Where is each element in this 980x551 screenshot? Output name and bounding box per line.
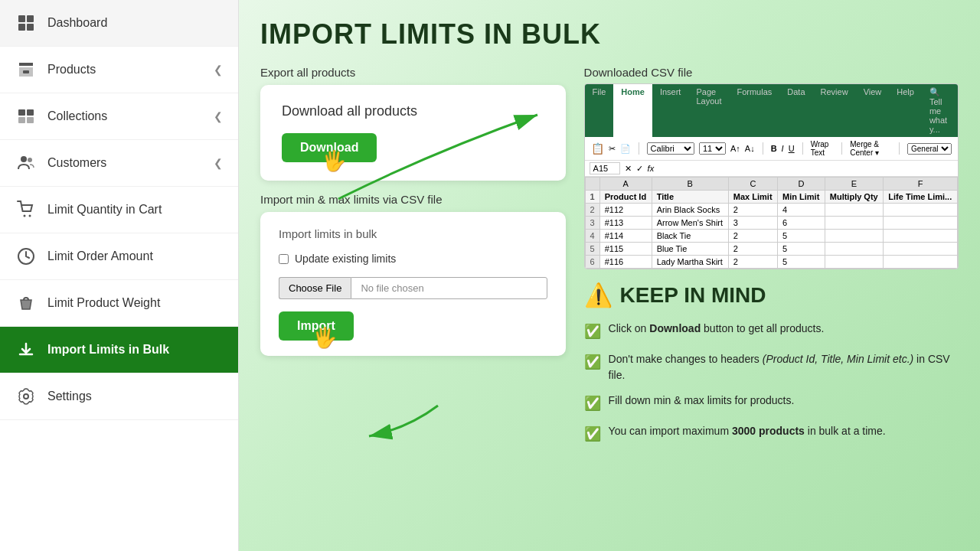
choose-file-button[interactable]: Choose File (279, 277, 351, 299)
col-e-header: Multiply Qty (825, 191, 884, 204)
bold-btn[interactable]: B (771, 144, 777, 153)
cell-d6: 5 (778, 256, 825, 269)
sidebar-item-limit-weight[interactable]: Limit Product Weight (0, 280, 238, 327)
font-size-select[interactable]: 11 (699, 142, 726, 155)
number-format-select[interactable]: General (907, 143, 952, 155)
cell-d4: 5 (778, 230, 825, 243)
page-title: IMPORT LIMITS IN BULK (260, 18, 959, 51)
excel-tab-file[interactable]: File (585, 84, 614, 137)
excel-tab-formulas[interactable]: Formulas (729, 84, 779, 137)
keep-in-mind-item-4: ✅ You can import maximum 3000 products i… (584, 423, 959, 445)
svg-point-10 (28, 158, 32, 162)
svg-point-11 (24, 215, 26, 217)
products-icon (15, 59, 37, 80)
toolbar-divider-3 (802, 142, 803, 155)
keep-in-mind-item-2: ✅ Don't make changes to headers (Product… (584, 351, 959, 383)
excel-tab-help[interactable]: Help (889, 84, 922, 137)
sidebar-item-limit-quantity[interactable]: Limit Quantity in Cart (0, 187, 238, 233)
excel-tab-pagelayout[interactable]: Page Layout (688, 84, 729, 137)
svg-rect-0 (18, 15, 25, 22)
cell-b2: Arin Black Socks (652, 204, 728, 217)
row-num-5: 5 (585, 243, 599, 256)
sidebar-item-limit-order[interactable]: Limit Order Amount (0, 233, 238, 280)
excel-tab-home[interactable]: Home (613, 84, 652, 137)
keep-in-mind-text-4: You can import maximum 3000 products in … (609, 423, 886, 439)
cell-c5: 2 (728, 243, 777, 256)
customers-icon (15, 152, 37, 174)
excel-preview-section: Downloaded CSV file File Home Insert Pag… (584, 66, 959, 269)
font-family-select[interactable]: Calibri (647, 142, 694, 155)
sidebar-item-dashboard[interactable]: Dashboard (0, 0, 238, 47)
sidebar-item-customers-label: Customers (47, 156, 106, 170)
update-existing-checkbox-label[interactable]: Update existing limits (279, 253, 547, 265)
table-row: 6 #116 Lady Martha Skirt 2 5 (585, 256, 957, 269)
keep-in-mind-title: ⚠️ KEEP IN MIND (584, 282, 959, 308)
chevron-products-icon: ❮ (214, 64, 223, 76)
main-content: IMPORT LIMITS IN BULK Export all product… (239, 0, 980, 551)
row-num-1: 1 (585, 191, 599, 204)
col-b-header: Title (652, 191, 728, 204)
row-num-2: 2 (585, 204, 599, 217)
sidebar-item-settings[interactable]: Settings (0, 373, 238, 420)
import-card-title: Import limits in bulk (279, 227, 547, 240)
file-name-display: No file chosen (351, 277, 547, 299)
sidebar-item-dashboard-label: Dashboard (47, 16, 107, 30)
sidebar-item-products[interactable]: Products ❮ (0, 47, 238, 93)
cell-f6 (884, 256, 958, 269)
cell-b3: Arrow Men's Shirt (652, 217, 728, 230)
toolbar-divider-4 (841, 142, 842, 155)
svg-rect-2 (18, 24, 25, 31)
sidebar-item-collections[interactable]: Collections ❮ (0, 93, 238, 140)
col-header-d: D (778, 178, 825, 191)
sidebar-item-limit-order-label: Limit Order Amount (47, 249, 153, 263)
update-existing-checkbox[interactable] (279, 254, 289, 264)
cell-f4 (884, 230, 958, 243)
cell-d5: 5 (778, 243, 825, 256)
row-num-4: 4 (585, 230, 599, 243)
cell-f3 (884, 217, 958, 230)
formula-confirm-icon: ✓ (636, 164, 643, 174)
cart-icon (15, 199, 37, 220)
cell-c3: 3 (728, 217, 777, 230)
cell-e3 (825, 217, 884, 230)
formula-fx-icon: fx (648, 164, 655, 173)
col-header-a: A (599, 178, 652, 191)
keep-in-mind-text-2: Don't make changes to headers (Product I… (609, 351, 959, 383)
cell-d2: 4 (778, 204, 825, 217)
cell-b4: Black Tie (652, 230, 728, 243)
excel-tab-review[interactable]: Review (813, 84, 856, 137)
cell-ref-display: A15 (590, 162, 620, 174)
col-a-header: Product Id (599, 191, 652, 204)
underline-btn[interactable]: U (789, 144, 795, 153)
cell-d3: 6 (778, 217, 825, 230)
cell-a6: #116 (599, 256, 652, 269)
cell-e5 (825, 243, 884, 256)
col-header-rownum (585, 178, 599, 191)
excel-tab-insert[interactable]: Insert (652, 84, 689, 137)
checkbox-text: Update existing limits (295, 253, 396, 265)
cell-e2 (825, 204, 884, 217)
svg-rect-1 (27, 15, 34, 22)
check-icon-1: ✅ (584, 321, 601, 342)
sidebar-item-import-limits[interactable]: Import Limits in Bulk (0, 327, 238, 373)
italic-btn[interactable]: I (782, 144, 784, 153)
weight-icon (15, 292, 37, 314)
excel-tab-data[interactable]: Data (779, 84, 812, 137)
chevron-collections-icon: ❮ (214, 110, 223, 122)
sidebar-item-customers[interactable]: Customers ❮ (0, 140, 238, 187)
check-icon-2: ✅ (584, 352, 601, 373)
excel-tab-view[interactable]: View (856, 84, 890, 137)
sidebar: Dashboard Products ❮ Collections ❮ (0, 0, 239, 551)
toolbar-divider-5 (899, 142, 900, 155)
import-section-label: Import min & max limits via CSV file (260, 193, 566, 206)
download-card: Download all products Download 🖐 (260, 85, 566, 181)
cell-c4: 2 (728, 230, 777, 243)
sidebar-item-limit-weight-label: Limit Product Weight (47, 296, 160, 310)
excel-cut-icon: ✂ (609, 144, 616, 154)
wrap-text-btn[interactable]: Wrap Text (811, 140, 835, 157)
excel-tab-search[interactable]: 🔍 Tell me what y... (922, 84, 958, 137)
table-header-row: 1 Product Id Title Max Limit Min Limit M… (585, 191, 957, 204)
merge-center-btn[interactable]: Merge & Center ▾ (850, 140, 891, 157)
sidebar-item-import-limits-label: Import Limits in Bulk (47, 343, 169, 357)
cell-b6: Lady Martha Skirt (652, 256, 728, 269)
